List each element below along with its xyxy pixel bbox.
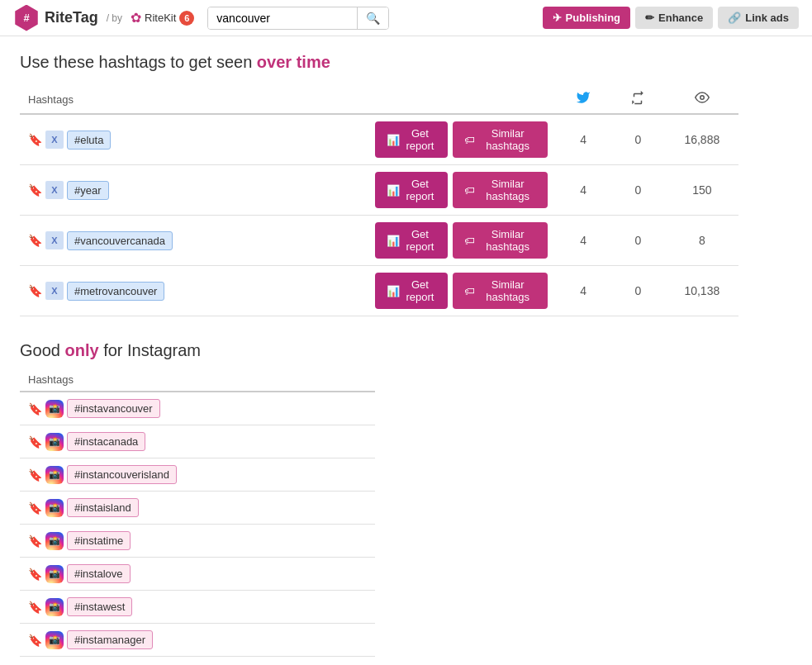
ig-tag-cell: 🔖 📸 #instatime xyxy=(28,531,367,550)
tag-icon: 🏷 xyxy=(464,184,475,197)
tag-icon: 🏷 xyxy=(464,134,475,146)
main-content: Use these hashtags to get seen over time… xyxy=(0,36,812,665)
instagram-icon: 📸 xyxy=(45,466,64,484)
bookmark-icon[interactable]: 🔖 xyxy=(28,601,42,614)
tag-type-icon: X xyxy=(45,282,64,300)
bookmark-icon[interactable]: 🔖 xyxy=(28,234,42,247)
bookmark-icon[interactable]: 🔖 xyxy=(28,568,42,581)
col-hashtags-header: Hashtags xyxy=(20,85,367,114)
instagram-hashtag-badge[interactable]: #instavancouver xyxy=(67,399,160,418)
views-count: 150 xyxy=(666,165,738,216)
instagram-icon: 📸 xyxy=(45,631,64,649)
btn-group: 📊 Get report 🏷 Similar hashtags xyxy=(375,172,548,208)
svg-point-0 xyxy=(700,96,705,100)
enhance-button[interactable]: ✏ Enhance xyxy=(635,7,713,29)
logo-hash: # xyxy=(23,12,29,24)
section2-title-prefix: Good xyxy=(20,341,64,359)
btn-group: 📊 Get report 🏷 Similar hashtags xyxy=(375,121,548,158)
linkads-button[interactable]: 🔗 Link ads xyxy=(718,7,799,29)
get-report-button[interactable]: 📊 Get report xyxy=(375,172,449,208)
publishing-icon: ✈ xyxy=(553,12,562,24)
get-report-button[interactable]: 📊 Get report xyxy=(375,273,449,309)
tag-type-icon: X xyxy=(45,231,64,249)
similar-hashtags-button[interactable]: 🏷 Similar hashtags xyxy=(453,172,548,208)
hashtag-badge[interactable]: #eluta xyxy=(67,131,111,150)
bookmark-icon[interactable]: 🔖 xyxy=(28,435,42,449)
enhance-icon: ✏ xyxy=(645,12,654,24)
instagram-hashtag-badge[interactable]: #instacanada xyxy=(67,432,145,451)
ritekit-name: RiteKit xyxy=(145,12,176,24)
tag-cell: 🔖 X #eluta xyxy=(28,131,359,150)
chart-icon: 📊 xyxy=(387,184,400,197)
similar-hashtags-button[interactable]: 🏷 Similar hashtags xyxy=(453,222,548,259)
table-row: 🔖 X #metrovancouver 📊 Get report 🏷 Simil… xyxy=(20,266,738,316)
instagram-hashtag-badge[interactable]: #instalove xyxy=(67,564,131,583)
table-header-row: Hashtags xyxy=(20,85,738,114)
bookmark-icon[interactable]: 🔖 xyxy=(28,284,42,297)
tag-cell: 🔖 X #metrovancouver xyxy=(28,282,359,301)
instagram-hashtag-badge[interactable]: #instaisland xyxy=(67,498,139,517)
publishing-label: Publishing xyxy=(566,12,620,24)
instagram-icon: 📸 xyxy=(45,433,64,451)
retweet-count: 0 xyxy=(610,165,665,216)
chart-icon: 📊 xyxy=(387,134,400,146)
search-input[interactable] xyxy=(208,7,357,29)
ig-tag-cell: 🔖 📸 #instancouverisland xyxy=(28,465,367,484)
ig-tag-cell: 🔖 📸 #instawest xyxy=(28,597,367,616)
get-report-button[interactable]: 📊 Get report xyxy=(375,121,449,158)
bookmark-icon[interactable]: 🔖 xyxy=(28,402,42,416)
bookmark-icon[interactable]: 🔖 xyxy=(28,634,42,647)
section1-title: Use these hashtags to get seen over time xyxy=(20,53,792,72)
twitter-count: 4 xyxy=(556,216,610,266)
instagram-hashtag-badge[interactable]: #instancouverisland xyxy=(67,465,177,484)
logo-area: # RiteTag / by ✿ RiteKit 6 xyxy=(13,5,194,31)
search-area: 🔍 xyxy=(207,7,389,30)
hashtag-table: Hashtags 🔖 X #eluta xyxy=(20,85,738,316)
logo-hex-icon: # xyxy=(13,5,40,31)
instagram-table-row: 🔖 📸 #instavancouver xyxy=(20,392,375,425)
instagram-table-row: 🔖 📸 #instatime xyxy=(20,525,375,558)
bookmark-icon[interactable]: 🔖 xyxy=(28,183,42,197)
ig-tag-cell: 🔖 📸 #instacanada xyxy=(28,432,367,451)
hashtag-badge[interactable]: #metrovancouver xyxy=(67,282,164,301)
hashtag-badge[interactable]: #year xyxy=(67,181,109,200)
header: # RiteTag / by ✿ RiteKit 6 🔍 ✈ Publishin… xyxy=(0,0,812,36)
linkads-label: Link ads xyxy=(745,12,789,24)
publishing-button[interactable]: ✈ Publishing xyxy=(543,7,630,29)
enhance-label: Enhance xyxy=(658,12,703,24)
instagram-header-row: Hashtags xyxy=(20,368,375,392)
ig-tag-cell: 🔖 📸 #instalove xyxy=(28,564,367,583)
twitter-count: 4 xyxy=(556,165,610,216)
nav-buttons: ✈ Publishing ✏ Enhance 🔗 Link ads xyxy=(543,7,799,29)
instagram-col-hashtags-header: Hashtags xyxy=(20,368,375,392)
similar-hashtags-button[interactable]: 🏷 Similar hashtags xyxy=(453,273,548,309)
tag-type-icon: X xyxy=(45,181,64,199)
hashtag-badge[interactable]: #vancouvercanada xyxy=(67,231,173,250)
instagram-hashtag-badge[interactable]: #instawest xyxy=(67,597,132,616)
instagram-hashtag-badge[interactable]: #instatime xyxy=(67,531,131,550)
bookmark-icon[interactable]: 🔖 xyxy=(28,468,42,482)
notification-badge: 6 xyxy=(179,11,194,26)
instagram-table-row: 🔖 📸 #instalove xyxy=(20,558,375,591)
btn-group: 📊 Get report 🏷 Similar hashtags xyxy=(375,222,548,259)
section2-title: Good only for Instagram xyxy=(20,341,792,360)
bookmark-icon[interactable]: 🔖 xyxy=(28,133,42,146)
bookmark-icon[interactable]: 🔖 xyxy=(28,534,42,548)
bookmark-icon[interactable]: 🔖 xyxy=(28,501,42,515)
retweet-count: 0 xyxy=(610,266,665,316)
search-button[interactable]: 🔍 xyxy=(357,7,388,29)
section2-title-suffix: for Instagram xyxy=(99,341,201,359)
instagram-table: Hashtags 🔖 📸 #instavancouver 🔖 📸 #instac… xyxy=(20,368,375,657)
instagram-hashtag-badge[interactable]: #instamanager xyxy=(67,630,153,649)
instagram-table-row: 🔖 📸 #instancouverisland xyxy=(20,458,375,492)
logo-name: RiteTag xyxy=(45,9,98,26)
table-row: 🔖 X #eluta 📊 Get report 🏷 Similar hashta… xyxy=(20,114,738,165)
instagram-table-row: 🔖 📸 #instawest xyxy=(20,591,375,624)
get-report-button[interactable]: 📊 Get report xyxy=(375,222,449,259)
similar-hashtags-button[interactable]: 🏷 Similar hashtags xyxy=(453,121,548,158)
twitter-count: 4 xyxy=(556,114,610,165)
views-count: 8 xyxy=(666,216,738,266)
instagram-icon: 📸 xyxy=(45,532,64,550)
section1-title-prefix: Use these hashtags to get seen xyxy=(20,53,257,71)
section1-title-highlight: over time xyxy=(257,53,330,71)
